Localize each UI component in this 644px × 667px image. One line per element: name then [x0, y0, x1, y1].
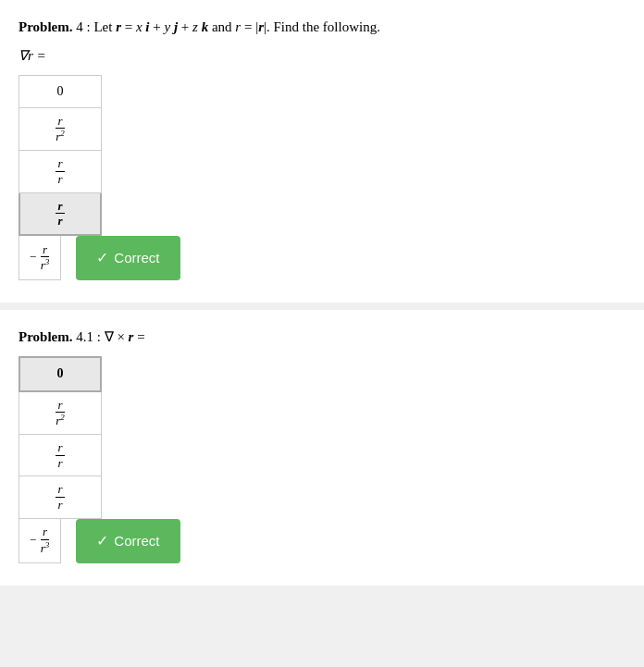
problem-4-title-text: 4 : Let r = x i + y j + z k and r = |r|.… — [72, 19, 379, 34]
problem-4-section: Problem. 4 : Let r = x i + y j + z k and… — [0, 0, 644, 303]
option-r-over-r-41-2[interactable]: r r — [19, 476, 102, 518]
option-zero-41[interactable]: 0 — [19, 356, 102, 391]
option-neg-r-over-r3[interactable]: − r r3 — [19, 236, 61, 280]
problem-41-label: Problem. — [19, 329, 72, 344]
grad-label: ∇r = — [19, 47, 625, 64]
problem-41-title-text: 4.1 : ∇ × r = — [72, 329, 144, 344]
option-r-over-r2[interactable]: r r2 — [19, 108, 102, 152]
option-r-over-r-1[interactable]: r r — [19, 151, 102, 192]
correct-badge-4: ✓ Correct — [76, 236, 180, 280]
problem-41-section: Problem. 4.1 : ∇ × r = 0 r r2 r r — [0, 310, 644, 586]
option-neg-r-over-r3-41[interactable]: − r r3 — [19, 519, 61, 563]
problem-41-title: Problem. 4.1 : ∇ × r = — [19, 327, 625, 348]
option-r-over-r2-41[interactable]: r r2 — [19, 392, 102, 436]
problem-label: Problem. — [19, 19, 72, 34]
correct-badge-41: ✓ Correct — [76, 519, 180, 563]
checkmark-icon: ✓ — [96, 249, 108, 266]
option-zero[interactable]: 0 — [19, 75, 102, 108]
options-list-41: 0 r r2 r r r r — [19, 356, 102, 562]
options-list-4: 0 r r2 r r r r — [19, 75, 102, 280]
option-r-over-r-selected[interactable]: r r — [19, 193, 102, 236]
problem-4-title: Problem. 4 : Let r = x i + y j + z k and… — [19, 17, 625, 38]
correct-label-41: Correct — [114, 533, 159, 549]
checkmark-icon-41: ✓ — [96, 532, 108, 550]
correct-label-4: Correct — [114, 250, 159, 266]
option-r-over-r-41-1[interactable]: r r — [19, 435, 102, 476]
